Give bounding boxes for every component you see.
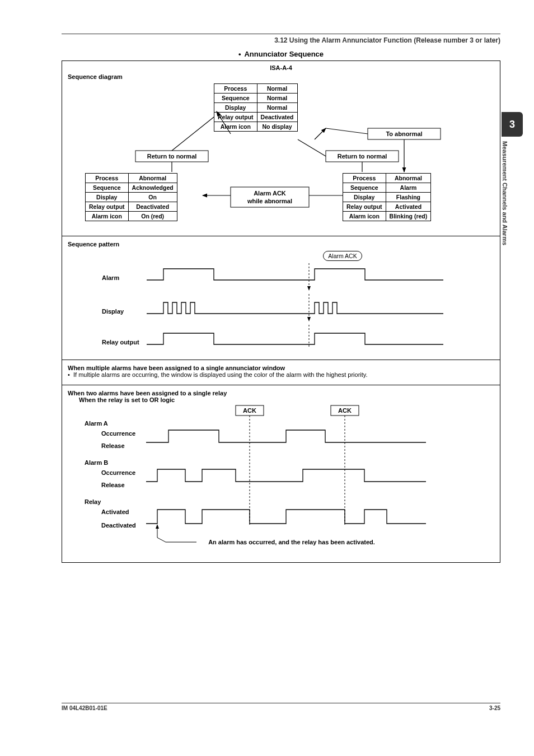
sequence-diagram-label: Sequence diagram (68, 73, 494, 80)
sequence-pattern-svg: Alarm Display Relay output (85, 263, 477, 353)
footer-right: 3-25 (489, 705, 500, 711)
main-box: ISA-A-4 Sequence diagram ProcessNormal S… (62, 60, 500, 563)
or-logic-label: When the relay is set to OR logic (68, 396, 494, 403)
state-abnormal-table: ProcessAbnormal SequenceAlarm DisplayFla… (343, 173, 431, 221)
multi-alarm-bullet: • If multiple alarms are occurring, the … (68, 371, 494, 378)
alarm-ack-round: Alarm ACK (323, 251, 362, 261)
sequence-diagram: ProcessNormal SequenceNormal DisplayNorm… (85, 83, 477, 229)
multi-alarm-heading: When multiple alarms have been assigned … (68, 365, 494, 371)
svg-line-40 (157, 538, 166, 542)
svg-text:An alarm has occurred, and the: An alarm has occurred, and the relay has… (208, 539, 375, 545)
state-ack-table: ProcessAbnormal SequenceAcknowledged Dis… (85, 173, 177, 221)
section-title: •Annunciator Sequence (62, 50, 500, 58)
svg-text:Relay: Relay (85, 498, 101, 505)
svg-text:Alarm: Alarm (102, 274, 119, 281)
section-title-text: Annunciator Sequence (244, 50, 324, 58)
svg-text:ACK: ACK (243, 407, 256, 414)
return-normal-left: Return to normal (147, 153, 197, 160)
svg-text:Alarm ACK: Alarm ACK (254, 190, 286, 197)
svg-text:Alarm B: Alarm B (85, 459, 108, 466)
svg-text:ACK: ACK (338, 407, 352, 414)
svg-text:Release: Release (101, 442, 125, 449)
page-header: 3.12 Using the Alarm Annunciator Functio… (62, 34, 500, 44)
svg-text:while abnormal: while abnormal (247, 198, 292, 204)
two-alarm-svg: ACK ACK Alarm A Occurrence Release Alarm… (68, 403, 460, 554)
to-abnormal-label: To abnormal (386, 130, 422, 137)
svg-text:Activated: Activated (101, 508, 129, 515)
svg-text:Occurrence: Occurrence (101, 430, 135, 437)
return-normal-right: Return to normal (338, 153, 387, 160)
page-footer: IM 04L42B01-01E 3-25 (62, 703, 500, 711)
svg-line-9 (298, 139, 326, 156)
isa-label: ISA-A-4 (68, 64, 494, 71)
chapter-tab: 3 (502, 112, 523, 137)
svg-line-13 (172, 117, 214, 151)
sequence-pattern-label: Sequence pattern (68, 241, 494, 248)
two-alarm-heading: When two alarms have been assigned to a … (68, 390, 494, 396)
svg-text:Release: Release (101, 482, 125, 488)
svg-text:Occurrence: Occurrence (101, 469, 135, 476)
svg-text:Display: Display (102, 308, 124, 315)
footer-left: IM 04L42B01-01E (62, 705, 107, 711)
svg-text:Alarm A: Alarm A (85, 420, 108, 427)
state-normal-table: ProcessNormal SequenceNormal DisplayNorm… (214, 83, 298, 132)
svg-text:Relay output: Relay output (102, 339, 139, 346)
chapter-tab-text: Measurement Channels and Alarms (502, 137, 508, 245)
svg-text:Deactivated: Deactivated (101, 522, 136, 529)
